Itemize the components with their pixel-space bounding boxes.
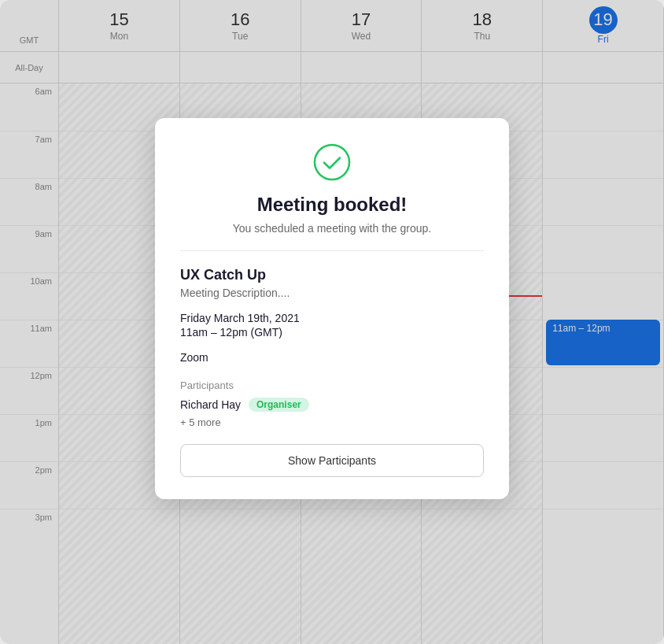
modal-subtitle: You scheduled a meeting with the group. [180, 222, 484, 235]
organiser-badge: Organiser [249, 398, 309, 412]
calendar-wrapper: GMT 15 Mon 16 Tue 17 Wed 18 Thu 19 Fri A… [0, 0, 664, 644]
svg-point-0 [315, 145, 349, 180]
participants-label: Participants [180, 379, 484, 391]
more-participants: + 5 more [180, 416, 484, 428]
meeting-location: Zoom [180, 351, 484, 364]
booking-modal: Meeting booked! You scheduled a meeting … [155, 118, 509, 499]
participant-row: Richard Hay Organiser [180, 398, 484, 412]
modal-check-icon-container [180, 143, 484, 181]
modal-title: Meeting booked! [180, 194, 484, 216]
show-participants-button[interactable]: Show Participants [180, 444, 484, 477]
check-circle-icon [313, 143, 351, 181]
participant-name: Richard Hay [180, 398, 241, 411]
meeting-description: Meeting Description.... [180, 287, 484, 299]
meeting-date: Friday March 19th, 2021 [180, 312, 484, 324]
meeting-time: 11am – 12pm (GMT) [180, 326, 484, 339]
modal-overlay: Meeting booked! You scheduled a meeting … [0, 0, 664, 644]
modal-divider [180, 250, 484, 251]
meeting-title: UX Catch Up [180, 267, 484, 283]
